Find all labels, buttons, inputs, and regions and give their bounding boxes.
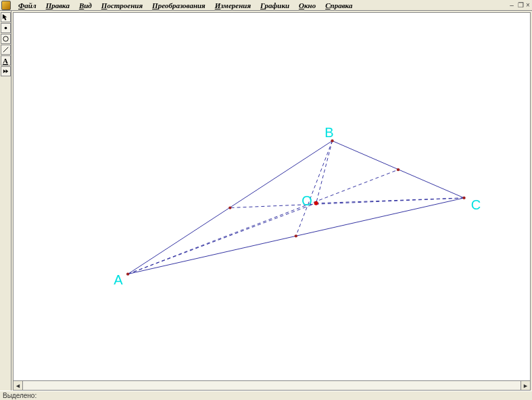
menu-file[interactable]: Файл — [14, 1, 41, 9]
menu-construct[interactable]: Построения — [97, 1, 147, 9]
svg-line-8 — [230, 198, 464, 208]
sketch-canvas[interactable]: A B C O — [13, 12, 531, 381]
menu-graph[interactable]: Графики — [256, 1, 294, 9]
arrow-icon — [2, 14, 9, 21]
line-icon — [2, 46, 9, 53]
point-label-o[interactable]: O — [301, 193, 312, 209]
circle-icon — [2, 35, 9, 43]
text-tool[interactable]: A — [1, 55, 11, 66]
window-close-button[interactable]: × — [524, 1, 532, 9]
horizontal-scrollbar[interactable]: ◄ ► — [13, 381, 531, 391]
svg-point-16 — [397, 168, 400, 171]
point-tool[interactable] — [1, 23, 11, 33]
line-tool[interactable] — [1, 45, 11, 55]
play-icon — [2, 68, 9, 75]
svg-point-1 — [3, 36, 7, 41]
scroll-left-arrow-icon[interactable]: ◄ — [14, 381, 23, 390]
menu-window[interactable]: Окно — [294, 1, 320, 9]
svg-point-15 — [228, 206, 231, 209]
svg-line-2 — [3, 47, 7, 52]
menu-help[interactable]: Справка — [320, 1, 357, 9]
menu-measure[interactable]: Измерения — [210, 1, 256, 9]
circle-tool[interactable] — [1, 34, 11, 44]
point-label-a[interactable]: A — [114, 272, 122, 288]
svg-line-9 — [128, 203, 316, 274]
svg-line-11 — [316, 198, 464, 203]
svg-point-17 — [295, 234, 297, 237]
geometry-svg — [14, 13, 530, 380]
arrow-tool[interactable] — [1, 12, 11, 22]
app-icon — [1, 1, 11, 10]
window-minimize-button[interactable]: – — [508, 1, 516, 9]
tool-palette: A — [0, 11, 11, 391]
menu-transform[interactable]: Преобразования — [147, 1, 210, 9]
custom-tool[interactable] — [1, 66, 11, 76]
svg-line-7 — [296, 141, 333, 236]
svg-point-14 — [462, 197, 465, 199]
scroll-track[interactable] — [23, 381, 521, 390]
svg-point-12 — [126, 272, 129, 275]
status-text: Выделено: — [3, 392, 37, 399]
point-icon — [2, 24, 9, 32]
window-restore-button[interactable]: ❐ — [516, 1, 524, 9]
point-label-c[interactable]: C — [471, 197, 481, 213]
point-label-b[interactable]: B — [324, 125, 333, 141]
scroll-right-arrow-icon[interactable]: ► — [521, 381, 530, 390]
svg-point-18 — [314, 201, 318, 205]
menu-view[interactable]: Вид — [74, 1, 97, 9]
menu-edit[interactable]: Правка — [41, 1, 74, 9]
menu-bar: Файл Правка Вид Построения Преобразовани… — [0, 0, 532, 11]
status-bar: Выделено: — [0, 391, 532, 400]
svg-line-10 — [316, 141, 333, 203]
svg-point-0 — [4, 27, 7, 30]
